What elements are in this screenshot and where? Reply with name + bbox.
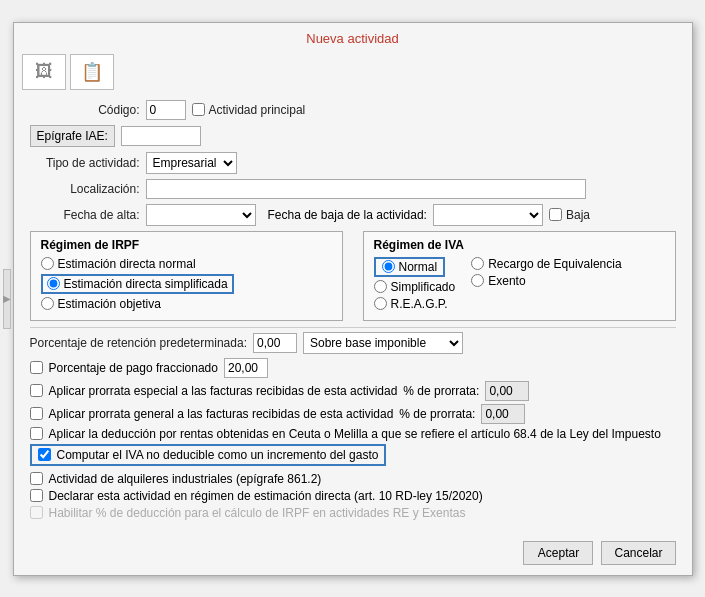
cancelar-button[interactable]: Cancelar <box>601 541 675 565</box>
divider1 <box>30 327 676 328</box>
localizacion-row: Localización: <box>30 179 676 199</box>
retencion-label: Porcentaje de retención predeterminada: <box>30 336 247 350</box>
iva-radio3[interactable] <box>374 297 387 310</box>
header-icon-image: 🖼 <box>22 54 66 90</box>
irpf-radio1[interactable] <box>41 257 54 270</box>
retencion-select[interactable]: Sobre base imponible <box>303 332 463 354</box>
retencion-input[interactable] <box>253 333 297 353</box>
pago-fraccionado-input[interactable] <box>224 358 268 378</box>
habilitar-row: Habilitar % de deducción para el cálculo… <box>30 506 676 520</box>
prorrata1-label: Aplicar prorrata especial a las facturas… <box>49 384 398 398</box>
retencion-row: Porcentaje de retención predeterminada: … <box>30 332 676 354</box>
dialog-header: 🖼 📋 <box>14 50 692 94</box>
irpf-option1-row: Estimación directa normal <box>41 257 332 271</box>
localizacion-input[interactable] <box>146 179 586 199</box>
irpf-option3-row: Estimación objetiva <box>41 297 332 311</box>
iva-option2-row: Simplificado <box>374 280 456 294</box>
pago-fraccionado-label: Porcentaje de pago fraccionado <box>49 361 218 375</box>
baja-checkbox[interactable] <box>549 208 562 221</box>
epigrafe-button[interactable]: Epígrafe IAE: <box>30 125 115 147</box>
prorrata1-pct-label: % de prorrata: <box>403 384 479 398</box>
dialog: Nueva actividad 🖼 📋 Código: Actividad pr… <box>13 22 693 576</box>
alquileres-checkbox[interactable] <box>30 472 43 485</box>
habilitar-label: Habilitar % de deducción para el cálculo… <box>49 506 466 520</box>
pago-fraccionado-row: Porcentaje de pago fraccionado <box>30 358 676 378</box>
prorrata2-pct-label: % de prorrata: <box>399 407 475 421</box>
declarar-checkbox[interactable] <box>30 489 43 502</box>
alquileres-label: Actividad de alquileres industriales (ep… <box>49 472 322 486</box>
iva-label1: Normal <box>399 260 438 274</box>
iva-title: Régimen de IVA <box>374 238 665 252</box>
iva-label4: Recargo de Equivalencia <box>488 257 621 271</box>
iva-radio4[interactable] <box>471 257 484 270</box>
tipo-label: Tipo de actividad: <box>30 156 140 170</box>
irpf-label2: Estimación directa simplificada <box>64 277 228 291</box>
iva-col1: Normal Simplificado R.E.A.G.P. <box>374 257 456 314</box>
fecha-row: Fecha de alta: Fecha de baja de la activ… <box>30 204 676 226</box>
codigo-label: Código: <box>30 103 140 117</box>
dialog-title: Nueva actividad <box>14 23 692 50</box>
computar-iva-border: Computar el IVA no deducible como un inc… <box>30 444 387 466</box>
tipo-actividad-row: Tipo de actividad: Empresarial <box>30 152 676 174</box>
alquileres-row: Actividad de alquileres industriales (ep… <box>30 472 676 486</box>
irpf-radio3[interactable] <box>41 297 54 310</box>
iva-option1-row: Normal <box>374 257 456 277</box>
prorrata1-row: Aplicar prorrata especial a las facturas… <box>30 381 676 401</box>
pago-fraccionado-checkbox[interactable] <box>30 361 43 374</box>
irpf-title: Régimen de IRPF <box>41 238 332 252</box>
iva-radio2[interactable] <box>374 280 387 293</box>
prorrata2-row: Aplicar prorrata general a las facturas … <box>30 404 676 424</box>
irpf-label1: Estimación directa normal <box>58 257 196 271</box>
deduccion-ceuta-checkbox[interactable] <box>30 427 43 440</box>
iva-label3: R.E.A.G.P. <box>391 297 448 311</box>
codigo-row: Código: Actividad principal <box>30 100 676 120</box>
iva-option1-border: Normal <box>374 257 446 277</box>
iva-option3-row: R.E.A.G.P. <box>374 297 456 311</box>
prorrata1-input[interactable] <box>485 381 529 401</box>
iva-radio1[interactable] <box>382 260 395 273</box>
irpf-box: Régimen de IRPF Estimación directa norma… <box>30 231 343 321</box>
prorrata2-input[interactable] <box>481 404 525 424</box>
iva-option4-row: Recargo de Equivalencia <box>471 257 621 271</box>
prorrata2-checkbox[interactable] <box>30 407 43 420</box>
regimenes-section: Régimen de IRPF Estimación directa norma… <box>30 231 676 321</box>
codigo-input[interactable] <box>146 100 186 120</box>
actividad-principal-label: Actividad principal <box>192 103 306 117</box>
irpf-option2-row: Estimación directa simplificada <box>41 274 332 294</box>
fecha-baja-select[interactable] <box>433 204 543 226</box>
prorrata1-checkbox[interactable] <box>30 384 43 397</box>
baja-label-container: Baja <box>549 208 590 222</box>
iva-label5: Exento <box>488 274 525 288</box>
header-icon-doc: 📋 <box>70 54 114 90</box>
irpf-option2-border: Estimación directa simplificada <box>41 274 234 294</box>
iva-radio5[interactable] <box>471 274 484 287</box>
actividad-principal-checkbox[interactable] <box>192 103 205 116</box>
dialog-body: Código: Actividad principal Epígrafe IAE… <box>14 94 692 533</box>
deduccion-ceuta-row: Aplicar la deducción por rentas obtenida… <box>30 427 676 441</box>
epigrafe-input[interactable] <box>121 126 201 146</box>
fecha-alta-label: Fecha de alta: <box>30 208 140 222</box>
computar-iva-label: Computar el IVA no deducible como un inc… <box>57 448 379 462</box>
iva-box: Régimen de IVA Normal Simpl <box>363 231 676 321</box>
fecha-baja-label: Fecha de baja de la actividad: <box>268 208 427 222</box>
deduccion-ceuta-label: Aplicar la deducción por rentas obtenida… <box>49 427 661 441</box>
irpf-radio2[interactable] <box>47 277 60 290</box>
dialog-footer: Aceptar Cancelar <box>14 533 692 575</box>
resize-handle[interactable]: ▶ <box>3 269 11 329</box>
prorrata2-label: Aplicar prorrata general a las facturas … <box>49 407 394 421</box>
habilitar-checkbox <box>30 506 43 519</box>
epigrafe-row: Epígrafe IAE: <box>30 125 676 147</box>
irpf-label3: Estimación objetiva <box>58 297 161 311</box>
tipo-select[interactable]: Empresarial <box>146 152 237 174</box>
fecha-alta-select[interactable] <box>146 204 256 226</box>
computar-iva-container: Computar el IVA no deducible como un inc… <box>30 444 676 469</box>
localizacion-label: Localización: <box>30 182 140 196</box>
iva-option5-row: Exento <box>471 274 621 288</box>
iva-col2: Recargo de Equivalencia Exento <box>471 257 621 314</box>
aceptar-button[interactable]: Aceptar <box>523 541 593 565</box>
declarar-label: Declarar esta actividad en régimen de es… <box>49 489 483 503</box>
declarar-row: Declarar esta actividad en régimen de es… <box>30 489 676 503</box>
iva-label2: Simplificado <box>391 280 456 294</box>
computar-iva-checkbox[interactable] <box>38 448 51 461</box>
